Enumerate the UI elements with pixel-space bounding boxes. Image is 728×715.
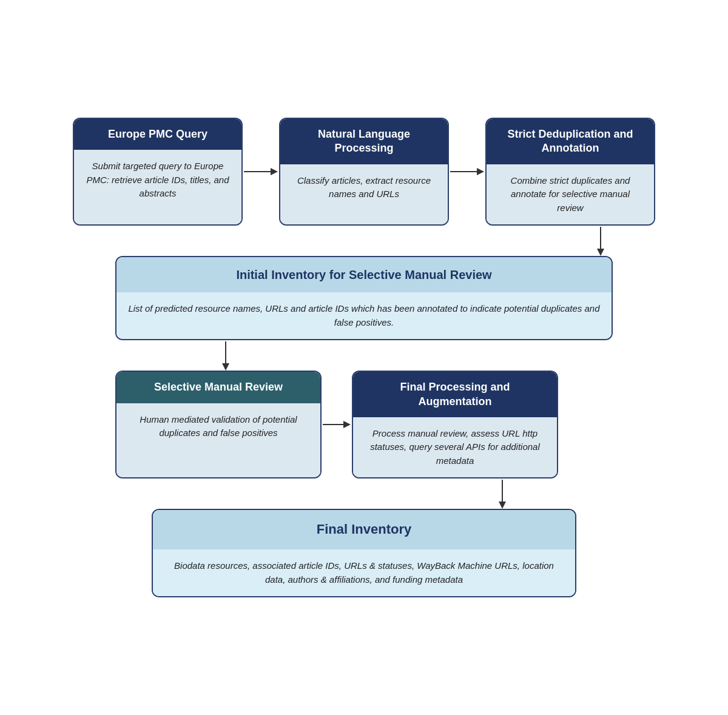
- initial-inventory-header: Initial Inventory for Selective Manual R…: [116, 257, 612, 292]
- arrow-final-proc-down-area: [42, 478, 686, 509]
- europe-pmc-header: Europe PMC Query: [74, 119, 241, 150]
- europe-pmc-box: Europe PMC Query Submit targeted query t…: [73, 118, 243, 226]
- dedup-box: Strict Deduplication and Annotation Comb…: [485, 118, 655, 226]
- final-inventory-header: Final Inventory: [153, 510, 575, 549]
- arrow-dedup-down-area: [42, 226, 686, 256]
- selective-review-box: Selective Manual Review Human mediated v…: [115, 371, 322, 478]
- final-processing-header: Final Processing and Augmentation: [353, 372, 557, 417]
- svg-marker-11: [499, 502, 506, 509]
- arrow-selective-to-final: [322, 371, 352, 478]
- svg-marker-3: [477, 168, 484, 175]
- svg-marker-1: [271, 168, 278, 175]
- initial-inventory-body: List of predicted resource names, URLs a…: [116, 292, 612, 339]
- initial-inventory-wrapper: Initial Inventory for Selective Manual R…: [42, 256, 686, 340]
- final-inventory-box: Final Inventory Biodata resources, assoc…: [152, 509, 576, 597]
- final-processing-box: Final Processing and Augmentation Proces…: [352, 371, 558, 478]
- bottom-row-wrapper: Selective Manual Review Human mediated v…: [42, 371, 686, 478]
- nlp-body: Classify articles, extract resource name…: [280, 164, 448, 225]
- selective-review-header: Selective Manual Review: [116, 372, 320, 403]
- svg-marker-9: [343, 421, 351, 428]
- arrow-inventory-down-area: [42, 340, 686, 371]
- arrow-nlp-to-dedup: [449, 118, 485, 226]
- bottom-row: Selective Manual Review Human mediated v…: [115, 371, 613, 478]
- initial-inventory-box: Initial Inventory for Selective Manual R…: [115, 256, 613, 340]
- dedup-header: Strict Deduplication and Annotation: [487, 119, 654, 164]
- final-inventory-body: Biodata resources, associated article ID…: [153, 549, 575, 596]
- europe-pmc-body: Submit targeted query to Europe PMC: ret…: [74, 150, 241, 224]
- top-row: Europe PMC Query Submit targeted query t…: [42, 118, 686, 226]
- dedup-body: Combine strict duplicates and annotate f…: [487, 164, 654, 225]
- nlp-header: Natural Language Processing: [280, 119, 448, 164]
- arrow-dedup-down: [516, 226, 686, 256]
- selective-review-body: Human mediated validation of potential d…: [116, 403, 320, 478]
- svg-marker-5: [597, 249, 604, 256]
- arrow-final-proc-down: [115, 478, 613, 509]
- arrow-inventory-down: [115, 340, 613, 371]
- arrow-pmc-to-nlp: [243, 118, 279, 226]
- svg-marker-7: [222, 363, 229, 371]
- final-processing-body: Process manual review, assess URL http s…: [353, 417, 557, 478]
- nlp-box: Natural Language Processing Classify art…: [279, 118, 449, 226]
- final-inventory-wrapper: Final Inventory Biodata resources, assoc…: [42, 509, 686, 597]
- diagram: Europe PMC Query Submit targeted query t…: [30, 93, 698, 622]
